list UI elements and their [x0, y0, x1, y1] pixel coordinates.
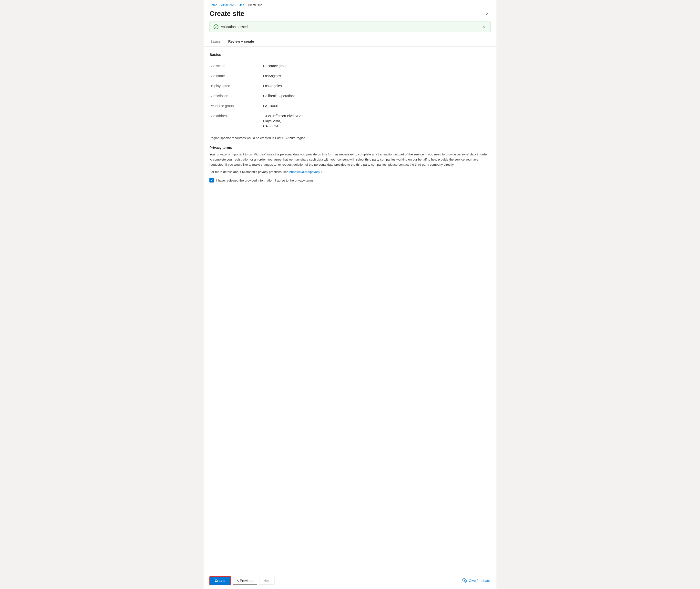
field-subscription: Subscription California-Operations	[209, 91, 491, 101]
field-site-name: Site name LosAngeles	[209, 71, 491, 81]
region-note: Region specific resources would be creat…	[209, 136, 491, 140]
value-display-name: Los Angeles	[263, 83, 282, 88]
main-content: Basics Site scope Resource group Site na…	[204, 52, 496, 572]
privacy-title: Privacy terms	[209, 146, 491, 150]
validation-close-button[interactable]: ×	[481, 24, 487, 29]
label-site-name: Site name	[209, 73, 263, 78]
value-site-address: 13 W Jefferson Blvd St 200, Playa Vista,…	[263, 114, 305, 129]
value-resource-group: LA_10001	[263, 104, 279, 109]
checkbox-row: ✓ I have reviewed the provided informati…	[209, 178, 491, 183]
value-site-name: LosAngeles	[263, 73, 281, 78]
tab-basics[interactable]: Basics	[209, 37, 224, 46]
breadcrumb-sep-4: ›	[264, 4, 265, 7]
page-wrapper: Home › Azure Arc › Sites › Create site ›…	[204, 0, 496, 589]
tab-review-create[interactable]: Review + create	[227, 37, 258, 46]
checkbox-label: I have reviewed the provided information…	[216, 179, 314, 182]
validation-check-icon: ✓	[213, 24, 218, 29]
value-site-scope: Resource group	[263, 63, 288, 68]
field-site-address: Site address 13 W Jefferson Blvd St 200,…	[209, 111, 491, 131]
page-title: Create site	[209, 10, 244, 18]
field-resource-group: Resource group LA_10001	[209, 101, 491, 111]
breadcrumb: Home › Azure Arc › Sites › Create site ›	[204, 0, 496, 9]
breadcrumb-sep-2: ›	[235, 4, 236, 7]
breadcrumb-sites[interactable]: Sites	[237, 3, 244, 7]
tabs: Basics Review + create	[204, 37, 496, 47]
external-link-icon: ↗	[321, 171, 323, 174]
privacy-checkbox[interactable]: ✓	[209, 178, 214, 183]
basics-section-title: Basics	[209, 52, 491, 57]
create-button[interactable]: Create	[209, 576, 231, 585]
validation-message: Validation passed	[221, 25, 247, 29]
give-feedback-button[interactable]: Give feedback	[462, 578, 491, 584]
breadcrumb-sep-1: ›	[219, 4, 220, 7]
label-display-name: Display name	[209, 83, 263, 88]
validation-left: ✓ Validation passed	[213, 24, 247, 29]
privacy-link[interactable]: https://aka.ms/privacy	[290, 170, 320, 174]
privacy-text: Your privacy is important to us. Microso…	[209, 152, 491, 167]
validation-banner: ✓ Validation passed ×	[209, 21, 491, 32]
breadcrumb-current: Create site	[248, 3, 262, 7]
privacy-link-row: For more details about Microsoft's priva…	[209, 170, 491, 174]
field-display-name: Display name Los Angeles	[209, 81, 491, 91]
value-subscription: California-Operations	[263, 93, 295, 99]
breadcrumb-sep-3: ›	[245, 4, 246, 7]
footer: Create < Previous Next Give feedback	[204, 572, 496, 589]
give-feedback-label: Give feedback	[469, 579, 491, 583]
breadcrumb-home[interactable]: Home	[209, 3, 217, 7]
footer-left: Create < Previous Next	[209, 576, 275, 585]
checkmark-icon: ✓	[210, 179, 213, 182]
privacy-link-prefix: For more details about Microsoft's priva…	[209, 170, 290, 174]
label-site-address: Site address	[209, 114, 263, 118]
previous-button[interactable]: < Previous	[233, 577, 257, 585]
feedback-icon	[462, 578, 467, 584]
close-button[interactable]: ×	[484, 10, 491, 18]
breadcrumb-azure-arc[interactable]: Azure Arc	[221, 3, 234, 7]
label-subscription: Subscription	[209, 93, 263, 98]
header-row: Create site ×	[204, 9, 496, 21]
privacy-section: Privacy terms Your privacy is important …	[209, 146, 491, 183]
field-site-scope: Site scope Resource group	[209, 61, 491, 71]
label-resource-group: Resource group	[209, 104, 263, 108]
next-button: Next	[259, 577, 275, 585]
label-site-scope: Site scope	[209, 63, 263, 68]
